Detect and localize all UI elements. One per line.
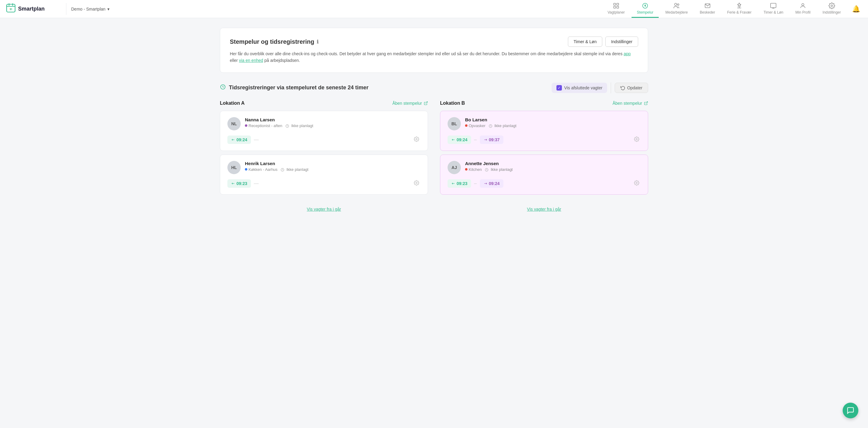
nav-label-vagtplaner: Vagtplaner bbox=[608, 10, 625, 15]
employee-card-top: BL Bo Larsen Opvasker Ikke planlagt bbox=[447, 117, 641, 131]
info-box: Stempelur og tidsregistrering ℹ Timer & … bbox=[220, 28, 648, 73]
employee-meta: Receptionist - aften Ikke planlagt bbox=[245, 123, 313, 128]
svg-point-35 bbox=[636, 182, 638, 184]
checkin-badge: 09:24 bbox=[447, 136, 471, 144]
role-label: Opvasker bbox=[465, 123, 486, 128]
section-title: Tidsregistreringer via stempeluret de se… bbox=[220, 84, 369, 91]
employee-card: HL Henrik Larsen Køkken - Aarhus Ikke pl… bbox=[220, 154, 428, 195]
employee-card-bottom: 09:23 — bbox=[227, 179, 421, 188]
employee-info: Henrik Larsen Køkken - Aarhus Ikke planl… bbox=[245, 161, 309, 172]
top-navigation: Smartplan Demo - Smartplan ▾ Vagtplaner … bbox=[0, 0, 868, 18]
time-badges: 09:23 – 09:24 bbox=[447, 179, 503, 188]
svg-point-17 bbox=[802, 4, 804, 6]
location-name: Lokation B bbox=[440, 101, 465, 106]
checkbox-label-text: Vis afsluttede vagter bbox=[564, 85, 602, 90]
timer-lon-button[interactable]: Timer & Løn bbox=[568, 36, 602, 47]
role-dot bbox=[465, 168, 467, 171]
role-label: Kitchen bbox=[465, 167, 482, 172]
section-actions: ✓ Vis afsluttede vagter Opdater bbox=[552, 82, 648, 93]
svg-point-12 bbox=[677, 4, 679, 5]
gear-button[interactable] bbox=[633, 135, 641, 145]
employee-card-bottom: 09:23 – 09:24 bbox=[447, 179, 641, 188]
svg-rect-6 bbox=[614, 6, 616, 8]
employee-card-bottom: 09:24 – 09:37 bbox=[447, 135, 641, 145]
employee-card: NL Nanna Larsen Receptionist - aften Ikk… bbox=[220, 111, 428, 151]
avatar: HL bbox=[227, 161, 241, 174]
checkin-badge: 09:23 bbox=[447, 179, 471, 188]
checkin-badge: 09:23 bbox=[227, 179, 251, 188]
open-stempelur-link[interactable]: Åben stempelur bbox=[392, 101, 428, 106]
checkin-badge: 09:24 bbox=[227, 136, 251, 144]
employee-name: Annette Jensen bbox=[465, 161, 513, 166]
role-label: Receptionist - aften bbox=[245, 123, 282, 128]
nav-item-minprofil[interactable]: Min Profil bbox=[790, 0, 816, 18]
main-content: Stempelur og tidsregistrering ℹ Timer & … bbox=[208, 18, 660, 225]
gear-button[interactable] bbox=[412, 179, 421, 188]
employee-name: Nanna Larsen bbox=[245, 117, 313, 122]
nav-item-ferie[interactable]: Ferie & Fravær bbox=[722, 0, 757, 18]
nav-label-ferie: Ferie & Fravær bbox=[727, 10, 752, 15]
role-dot bbox=[465, 124, 467, 127]
time-badges: 09:23 — bbox=[227, 179, 259, 188]
info-text: Her får du overblik over alle dine check… bbox=[230, 50, 638, 64]
svg-rect-14 bbox=[771, 3, 776, 8]
logo-icon bbox=[6, 3, 16, 15]
app-link[interactable]: app bbox=[624, 51, 631, 56]
nav-item-indstillinger[interactable]: Indstillinger bbox=[817, 0, 846, 18]
employee-info: Annette Jensen Kitchen Ikke planlagt bbox=[465, 161, 513, 172]
gear-button[interactable] bbox=[412, 135, 421, 145]
svg-line-20 bbox=[426, 102, 427, 104]
svg-rect-5 bbox=[617, 3, 619, 5]
employee-card: AJ Annette Jensen Kitchen Ikke planlagt bbox=[440, 154, 648, 195]
nav-label-timer: Timer & Løn bbox=[764, 10, 783, 15]
nav-item-stempelur[interactable]: Stempelur bbox=[631, 0, 659, 18]
org-selector[interactable]: Demo - Smartplan ▾ bbox=[66, 7, 114, 11]
svg-point-18 bbox=[831, 5, 833, 7]
nav-item-timer[interactable]: Timer & Løn bbox=[758, 0, 789, 18]
employee-meta: Køkken - Aarhus Ikke planlagt bbox=[245, 167, 309, 172]
enhed-link[interactable]: via en enhed bbox=[239, 58, 263, 63]
nav-label-medarbejdere: Medarbejdere bbox=[665, 10, 688, 15]
location-section-lokation_a: Lokation A Åben stempelur NL Nanna Larse… bbox=[220, 101, 428, 198]
logo-area: Smartplan bbox=[6, 3, 66, 15]
employee-meta: Opvasker Ikke planlagt bbox=[465, 123, 516, 128]
svg-point-23 bbox=[416, 139, 417, 140]
avatar: NL bbox=[227, 117, 241, 131]
info-circle-icon[interactable]: ℹ bbox=[317, 39, 318, 45]
role-dot bbox=[245, 124, 247, 127]
role-dot bbox=[245, 168, 247, 171]
gear-button[interactable] bbox=[633, 179, 641, 188]
employee-card-top: NL Nanna Larsen Receptionist - aften Ikk… bbox=[227, 117, 421, 131]
svg-line-27 bbox=[646, 102, 648, 104]
nav-label-stempelur: Stempelur bbox=[637, 10, 654, 15]
org-name: Demo - Smartplan bbox=[71, 7, 105, 11]
svg-point-11 bbox=[675, 3, 677, 5]
time-badges: 09:24 – 09:37 bbox=[447, 136, 503, 144]
opdater-button[interactable]: Opdater bbox=[615, 83, 648, 93]
employee-name: Bo Larsen bbox=[465, 117, 516, 122]
time-separator: — bbox=[254, 181, 259, 186]
nav-label-beskeder: Beskeder bbox=[700, 10, 715, 15]
location-name: Lokation A bbox=[220, 101, 245, 106]
nav-item-vagtplaner[interactable]: Vagtplaner bbox=[602, 0, 630, 18]
vis-afsluttede-checkbox[interactable]: ✓ Vis afsluttede vagter bbox=[552, 83, 608, 93]
chevron-down-icon: ▾ bbox=[107, 7, 110, 11]
nav-item-beskeder[interactable]: Beskeder bbox=[694, 0, 720, 18]
location-section-lokation_b: Lokation B Åben stempelur BL Bo Larsen O… bbox=[440, 101, 648, 198]
nav-item-medarbejdere[interactable]: Medarbejdere bbox=[660, 0, 693, 18]
avatar: AJ bbox=[447, 161, 461, 174]
notification-bell[interactable]: 🔔 bbox=[850, 3, 862, 15]
checkout-badge: 09:24 bbox=[480, 179, 503, 188]
employee-card: BL Bo Larsen Opvasker Ikke planlagt bbox=[440, 111, 648, 151]
employee-card-bottom: 09:24 — bbox=[227, 135, 421, 145]
section-header: Tidsregistreringer via stempeluret de se… bbox=[220, 82, 648, 93]
clock-circle-icon bbox=[220, 84, 226, 91]
vis-vagter-link[interactable]: Vis vagter fra i går bbox=[307, 207, 341, 211]
indstillinger-button[interactable]: Indstillinger bbox=[605, 36, 638, 47]
locations-grid: Lokation A Åben stempelur NL Nanna Larse… bbox=[220, 101, 648, 198]
info-box-actions: Timer & Løn Indstillinger bbox=[568, 36, 638, 47]
vis-vagter-row-lokation_b: Vis vagter fra i går bbox=[440, 203, 648, 215]
role-label: Køkken - Aarhus bbox=[245, 167, 277, 172]
vis-vagter-link[interactable]: Vis vagter fra i går bbox=[527, 207, 561, 211]
open-stempelur-link[interactable]: Åben stempelur bbox=[613, 101, 648, 106]
